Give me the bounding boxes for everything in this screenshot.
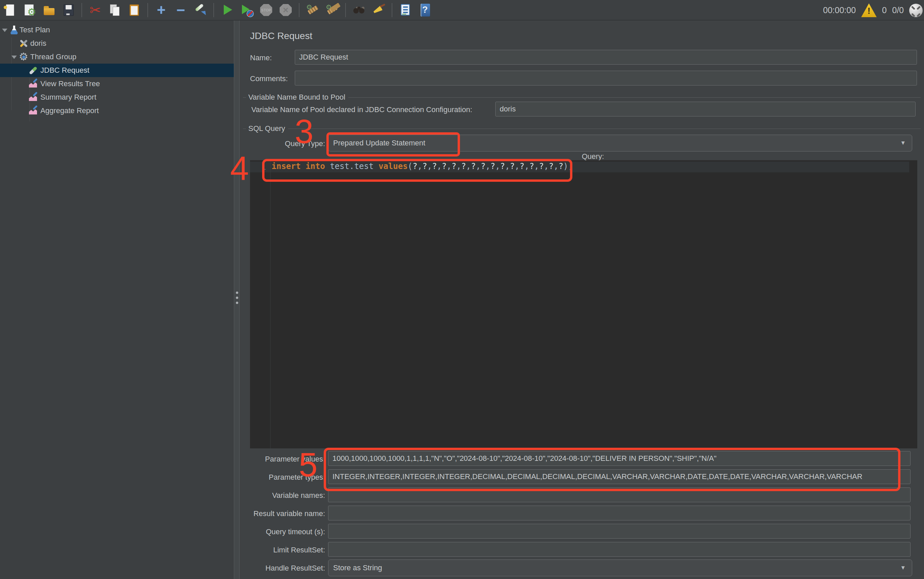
comments-label: Comments:: [250, 74, 288, 83]
name-label: Name:: [250, 54, 272, 62]
tree-item-label: Aggregate Report: [40, 104, 99, 118]
toggle-icon[interactable]: [193, 2, 208, 18]
clear-icon-glyph: ⚙: [305, 2, 320, 18]
splitter-grip-icon[interactable]: [236, 291, 238, 294]
tree-item-label: Test Plan: [20, 23, 50, 37]
help-icon-glyph: ?: [417, 2, 433, 18]
handle-resultset-label: Handle ResultSet:: [250, 564, 325, 572]
name-field[interactable]: JDBC Request: [295, 50, 917, 65]
clear-search-icon[interactable]: [371, 2, 386, 18]
run-indicator-icon: [909, 4, 922, 17]
copy-icon[interactable]: [107, 2, 122, 18]
collapse-icon-glyph: −: [173, 2, 188, 18]
page-title: JDBC Request: [250, 31, 312, 41]
collapse-icon[interactable]: −: [173, 2, 188, 18]
toolbar-separator: [299, 3, 299, 17]
help-icon[interactable]: ?: [417, 2, 433, 18]
warning-count: 0: [882, 5, 886, 15]
tree-item-thread-group[interactable]: Thread Group: [0, 50, 234, 64]
status-cluster: 00:00:00 0 0/0: [823, 0, 922, 21]
shutdown-icon-glyph: ×: [278, 2, 294, 18]
elapsed-time: 00:00:00: [823, 5, 856, 15]
toolbar-separator: [392, 3, 392, 17]
expander-icon[interactable]: [2, 29, 7, 32]
start-icon[interactable]: [219, 2, 235, 18]
query-timeout-field[interactable]: [328, 524, 911, 539]
tree-item-test-plan[interactable]: Test Plan: [0, 23, 234, 37]
annotation-box-query-type: [327, 132, 460, 157]
sql-query-group-title: SQL Query: [243, 124, 921, 133]
toolbar-separator: [147, 3, 148, 17]
pool-group-title: Variable Name Bound to Pool: [243, 93, 921, 101]
toolbar-separator: [82, 3, 82, 17]
tree-item-label: Thread Group: [30, 50, 77, 64]
editor-gutter: [250, 160, 271, 448]
annotation-number-5: 5: [299, 448, 318, 481]
jmeter-window: ⚙✂+−STOP×⚙⚙? 00:00:00 0 0/0 Test Plandor…: [0, 0, 924, 579]
annotation-number-3: 3: [295, 114, 313, 148]
chart-icon: [28, 93, 38, 102]
function-helper-icon[interactable]: [398, 2, 413, 18]
limit-resultset-field[interactable]: [328, 542, 911, 557]
start-no-pauses-icon[interactable]: [239, 2, 255, 18]
annotation-number-4: 4: [230, 152, 249, 185]
tree-item-doris[interactable]: doris: [0, 37, 234, 50]
stop-icon[interactable]: STOP: [258, 2, 274, 18]
paste-icon[interactable]: [127, 2, 142, 18]
cut-icon[interactable]: ✂: [88, 2, 103, 18]
expand-icon-glyph: +: [153, 2, 169, 18]
save-icon[interactable]: [60, 2, 76, 18]
tree-item-view-results-tree[interactable]: View Results Tree: [0, 77, 234, 90]
tree-item-label: View Results Tree: [40, 77, 100, 90]
expander-icon[interactable]: [11, 56, 17, 59]
clear-all-icon[interactable]: ⚙: [324, 2, 340, 18]
chevron-down-icon: ▼: [900, 135, 906, 151]
stop-icon-glyph: STOP: [258, 2, 274, 18]
comments-field[interactable]: [295, 71, 917, 85]
jdbc-request-panel: JDBC Request Name: JDBC Request Comments…: [240, 21, 924, 579]
templates-icon-glyph: ⚙: [21, 2, 37, 18]
pool-variable-label: Variable Name of Pool declared in JDBC C…: [251, 105, 472, 114]
search-icon[interactable]: [351, 2, 367, 18]
annotation-box-parameters: [324, 448, 900, 491]
tree-item-jdbc-request[interactable]: JDBC Request: [0, 64, 234, 77]
tree-item-aggregate-report[interactable]: Aggregate Report: [0, 104, 234, 118]
pipette-icon: [28, 65, 38, 75]
warning-icon[interactable]: [861, 3, 877, 17]
handle-resultset-dropdown[interactable]: Store as String ▼: [328, 559, 912, 576]
toolbar-separator: [345, 3, 346, 17]
result-variable-name-field[interactable]: [328, 505, 911, 520]
tree-item-label: Summary Report: [40, 90, 96, 104]
variable-names-label: Variable names:: [250, 491, 325, 500]
query-label: Query:: [582, 152, 604, 161]
chevron-down-icon: ▼: [900, 560, 906, 576]
pool-variable-field[interactable]: doris: [495, 101, 916, 116]
clear-icon[interactable]: ⚙: [305, 2, 320, 18]
chart-icon: [28, 79, 38, 88]
query-type-label: Query Type:: [250, 139, 325, 148]
limit-resultset-label: Limit ResultSet:: [250, 546, 325, 554]
new-file-icon[interactable]: [2, 2, 18, 18]
annotation-box-query: [262, 159, 572, 182]
tree-item-label: doris: [30, 37, 46, 50]
shutdown-icon[interactable]: ×: [278, 2, 294, 18]
test-plan-tree: Test PlandorisThread GroupJDBC RequestVi…: [0, 21, 234, 579]
expand-icon[interactable]: +: [153, 2, 169, 18]
templates-icon[interactable]: ⚙: [21, 2, 37, 18]
query-timeout-label: Query timeout (s):: [250, 528, 325, 536]
thread-counts: 0/0: [892, 5, 904, 15]
sql-query-editor[interactable]: 1 insert into test.test values(?,?,?,?,?…: [250, 160, 917, 448]
toolbar: ⚙✂+−STOP×⚙⚙?: [0, 0, 924, 21]
tree-item-summary-report[interactable]: Summary Report: [0, 90, 234, 104]
flask-icon: [10, 25, 19, 35]
clear-all-icon-glyph: ⚙: [324, 2, 340, 18]
wrench-screwdriver-icon: [19, 39, 28, 48]
result-variable-name-label: Result variable name:: [250, 509, 325, 518]
cut-icon-glyph: ✂: [88, 2, 103, 18]
toolbar-separator: [213, 3, 214, 17]
panel-splitter[interactable]: [234, 21, 240, 579]
chart-icon: [28, 106, 38, 116]
tree-item-label: JDBC Request: [40, 64, 90, 77]
gear-icon: [19, 52, 28, 62]
open-file-icon[interactable]: [41, 2, 57, 18]
